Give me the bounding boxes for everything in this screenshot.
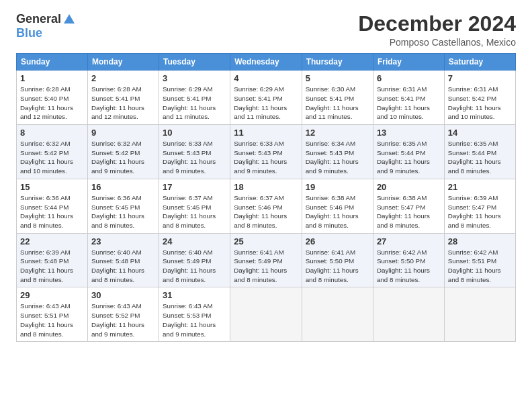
calendar-cell: 10Sunrise: 6:33 AM Sunset: 5:43 PM Dayli…	[159, 125, 230, 179]
calendar-cell: 1Sunrise: 6:28 AM Sunset: 5:40 PM Daylig…	[17, 71, 88, 125]
calendar-cell: 29Sunrise: 6:43 AM Sunset: 5:51 PM Dayli…	[17, 287, 88, 342]
day-info: Sunrise: 6:29 AM Sunset: 5:41 PM Dayligh…	[163, 85, 226, 122]
logo-text: General	[16, 12, 76, 26]
day-number: 24	[163, 236, 226, 246]
day-info: Sunrise: 6:40 AM Sunset: 5:49 PM Dayligh…	[163, 248, 226, 285]
logo-icon	[62, 13, 76, 26]
calendar-cell	[230, 287, 302, 342]
day-info: Sunrise: 6:34 AM Sunset: 5:43 PM Dayligh…	[306, 139, 369, 176]
calendar-cell: 31Sunrise: 6:43 AM Sunset: 5:53 PM Dayli…	[159, 287, 230, 342]
day-info: Sunrise: 6:38 AM Sunset: 5:46 PM Dayligh…	[306, 193, 369, 230]
calendar-week-4: 22Sunrise: 6:39 AM Sunset: 5:48 PM Dayli…	[17, 233, 516, 287]
day-info: Sunrise: 6:28 AM Sunset: 5:40 PM Dayligh…	[20, 85, 84, 122]
day-number: 8	[20, 128, 84, 138]
day-number: 29	[20, 290, 84, 300]
calendar-cell: 28Sunrise: 6:42 AM Sunset: 5:51 PM Dayli…	[444, 233, 515, 287]
calendar-cell: 8Sunrise: 6:32 AM Sunset: 5:42 PM Daylig…	[17, 125, 88, 179]
calendar-header-tuesday: Tuesday	[159, 54, 230, 71]
calendar-cell: 15Sunrise: 6:36 AM Sunset: 5:44 PM Dayli…	[17, 179, 88, 233]
calendar-cell	[444, 287, 515, 342]
day-number: 15	[20, 182, 84, 192]
page-container: General Blue December 2024 Pomposo Caste…	[0, 0, 532, 350]
calendar-header-monday: Monday	[88, 54, 159, 71]
day-number: 6	[377, 73, 441, 83]
calendar-cell: 5Sunrise: 6:30 AM Sunset: 5:41 PM Daylig…	[302, 71, 373, 125]
calendar-cell: 14Sunrise: 6:35 AM Sunset: 5:44 PM Dayli…	[444, 125, 515, 179]
day-info: Sunrise: 6:43 AM Sunset: 5:53 PM Dayligh…	[163, 302, 226, 338]
day-info: Sunrise: 6:43 AM Sunset: 5:51 PM Dayligh…	[20, 302, 84, 338]
day-info: Sunrise: 6:30 AM Sunset: 5:41 PM Dayligh…	[306, 85, 369, 122]
subtitle: Pomposo Castellanos, Mexico	[358, 37, 516, 48]
day-info: Sunrise: 6:43 AM Sunset: 5:52 PM Dayligh…	[91, 302, 155, 338]
calendar-header-wednesday: Wednesday	[230, 54, 302, 71]
day-info: Sunrise: 6:29 AM Sunset: 5:41 PM Dayligh…	[234, 85, 298, 122]
calendar-header-row: SundayMondayTuesdayWednesdayThursdayFrid…	[17, 54, 516, 71]
calendar-cell: 23Sunrise: 6:40 AM Sunset: 5:48 PM Dayli…	[88, 233, 159, 287]
month-title: December 2024	[358, 12, 516, 36]
day-info: Sunrise: 6:37 AM Sunset: 5:45 PM Dayligh…	[163, 193, 226, 230]
day-number: 27	[377, 236, 441, 246]
day-number: 25	[234, 236, 298, 246]
calendar-cell: 3Sunrise: 6:29 AM Sunset: 5:41 PM Daylig…	[159, 71, 230, 125]
calendar-cell: 21Sunrise: 6:39 AM Sunset: 5:47 PM Dayli…	[444, 179, 515, 233]
day-number: 10	[163, 128, 226, 138]
title-block: December 2024 Pomposo Castellanos, Mexic…	[358, 12, 516, 48]
day-info: Sunrise: 6:42 AM Sunset: 5:51 PM Dayligh…	[448, 248, 512, 285]
day-number: 4	[234, 73, 298, 83]
day-number: 23	[91, 236, 155, 246]
day-number: 1	[20, 73, 84, 83]
day-number: 5	[306, 73, 369, 83]
calendar-cell	[373, 287, 444, 342]
day-info: Sunrise: 6:37 AM Sunset: 5:46 PM Dayligh…	[234, 193, 298, 230]
day-number: 18	[234, 182, 298, 192]
day-number: 12	[306, 128, 369, 138]
day-info: Sunrise: 6:40 AM Sunset: 5:48 PM Dayligh…	[91, 248, 155, 285]
day-number: 31	[163, 290, 226, 300]
calendar-cell	[302, 287, 373, 342]
day-number: 2	[91, 73, 155, 83]
logo: General Blue	[16, 12, 76, 40]
calendar-week-3: 15Sunrise: 6:36 AM Sunset: 5:44 PM Dayli…	[17, 179, 516, 233]
day-info: Sunrise: 6:41 AM Sunset: 5:50 PM Dayligh…	[306, 248, 369, 285]
day-info: Sunrise: 6:42 AM Sunset: 5:50 PM Dayligh…	[377, 248, 441, 285]
svg-marker-0	[64, 14, 75, 24]
day-info: Sunrise: 6:31 AM Sunset: 5:42 PM Dayligh…	[448, 85, 512, 122]
day-number: 7	[448, 73, 512, 83]
calendar-header-thursday: Thursday	[302, 54, 373, 71]
day-number: 3	[163, 73, 226, 83]
logo-blue: Blue	[16, 26, 42, 40]
day-number: 28	[448, 236, 512, 246]
calendar-header-saturday: Saturday	[444, 54, 515, 71]
calendar-cell: 9Sunrise: 6:32 AM Sunset: 5:42 PM Daylig…	[88, 125, 159, 179]
day-number: 17	[163, 182, 226, 192]
calendar: SundayMondayTuesdayWednesdayThursdayFrid…	[16, 53, 516, 342]
day-number: 14	[448, 128, 512, 138]
calendar-week-2: 8Sunrise: 6:32 AM Sunset: 5:42 PM Daylig…	[17, 125, 516, 179]
calendar-cell: 16Sunrise: 6:36 AM Sunset: 5:45 PM Dayli…	[88, 179, 159, 233]
header: General Blue December 2024 Pomposo Caste…	[16, 12, 516, 48]
day-info: Sunrise: 6:38 AM Sunset: 5:47 PM Dayligh…	[377, 193, 441, 230]
calendar-cell: 2Sunrise: 6:28 AM Sunset: 5:41 PM Daylig…	[88, 71, 159, 125]
calendar-cell: 4Sunrise: 6:29 AM Sunset: 5:41 PM Daylig…	[230, 71, 302, 125]
day-number: 22	[20, 236, 84, 246]
calendar-cell: 27Sunrise: 6:42 AM Sunset: 5:50 PM Dayli…	[373, 233, 444, 287]
day-info: Sunrise: 6:33 AM Sunset: 5:43 PM Dayligh…	[234, 139, 298, 176]
calendar-cell: 26Sunrise: 6:41 AM Sunset: 5:50 PM Dayli…	[302, 233, 373, 287]
day-number: 26	[306, 236, 369, 246]
day-number: 19	[306, 182, 369, 192]
day-number: 16	[91, 182, 155, 192]
calendar-cell: 25Sunrise: 6:41 AM Sunset: 5:49 PM Dayli…	[230, 233, 302, 287]
day-info: Sunrise: 6:41 AM Sunset: 5:49 PM Dayligh…	[234, 248, 298, 285]
calendar-cell: 11Sunrise: 6:33 AM Sunset: 5:43 PM Dayli…	[230, 125, 302, 179]
calendar-cell: 18Sunrise: 6:37 AM Sunset: 5:46 PM Dayli…	[230, 179, 302, 233]
day-info: Sunrise: 6:32 AM Sunset: 5:42 PM Dayligh…	[91, 139, 155, 176]
calendar-header-sunday: Sunday	[17, 54, 88, 71]
calendar-cell: 19Sunrise: 6:38 AM Sunset: 5:46 PM Dayli…	[302, 179, 373, 233]
day-info: Sunrise: 6:39 AM Sunset: 5:48 PM Dayligh…	[20, 248, 84, 285]
day-number: 11	[234, 128, 298, 138]
day-number: 20	[377, 182, 441, 192]
calendar-header-friday: Friday	[373, 54, 444, 71]
calendar-cell: 24Sunrise: 6:40 AM Sunset: 5:49 PM Dayli…	[159, 233, 230, 287]
calendar-cell: 6Sunrise: 6:31 AM Sunset: 5:41 PM Daylig…	[373, 71, 444, 125]
day-info: Sunrise: 6:32 AM Sunset: 5:42 PM Dayligh…	[20, 139, 84, 176]
